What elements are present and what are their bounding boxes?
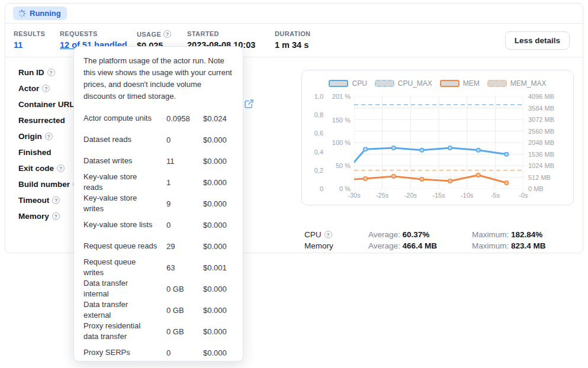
summary-average-value: 466.4 MB xyxy=(403,241,438,250)
series-mem xyxy=(354,175,506,183)
tooltip-row: Key-value store writes9$0.000 xyxy=(83,193,233,214)
x-axis-tick: -15s xyxy=(432,192,445,199)
tooltip-row-qty: 0 GB xyxy=(166,285,203,293)
x-axis-tick: -20s xyxy=(404,192,417,199)
help-icon[interactable] xyxy=(42,85,50,92)
y-axis-percent-tick: 0 % xyxy=(327,185,351,192)
tooltip-row-label: Request queue reads xyxy=(83,241,166,251)
stat-duration-label: DURATION xyxy=(275,30,310,37)
help-icon[interactable] xyxy=(52,212,60,220)
y-axis-mb-tick: 512 MB xyxy=(528,174,551,181)
run-header: Running xyxy=(5,4,583,24)
tooltip-row-label: Actor compute units xyxy=(83,113,166,124)
chart-plot xyxy=(354,96,523,189)
series-marker xyxy=(505,153,508,156)
y-axis-percent-tick: 150 % xyxy=(327,117,351,124)
tooltip-row-label: Proxy SERPs xyxy=(83,347,166,358)
tooltip-row-label: Dataset reads xyxy=(83,134,166,145)
y-axis-fraction-tick: 0,8 xyxy=(307,111,323,118)
stat-usage-label: USAGE xyxy=(137,30,171,38)
usage-tooltip: The platform usage of the actor run. Not… xyxy=(73,46,243,361)
stat-results: RESULTS 11 xyxy=(14,30,45,50)
y-axis-percent-tick: 50 % xyxy=(327,162,351,169)
tooltip-row-qty: 11 xyxy=(166,157,203,166)
help-icon[interactable] xyxy=(52,196,60,204)
y-axis-fraction-tick: 0,4 xyxy=(307,149,323,156)
y-axis-fraction-tick: 1,0 xyxy=(307,93,323,100)
tooltip-row: Key-value store lists0$0.000 xyxy=(83,214,233,235)
tooltip-row: Request queue reads29$0.000 xyxy=(83,235,233,257)
tooltip-row-cost: $0.000 xyxy=(203,348,233,357)
x-axis-tick: -25s xyxy=(376,192,388,199)
series-marker xyxy=(420,177,423,181)
tooltip-row-qty: 0 GB xyxy=(166,306,203,315)
tooltip-row-label: Request queue writes xyxy=(83,257,166,278)
series-marker xyxy=(448,179,452,183)
summary-maximum-value: 823.4 MB xyxy=(511,241,546,250)
legend-swatch-cpu_max xyxy=(375,80,394,87)
detail-label: Timeout xyxy=(18,196,49,205)
series-marker xyxy=(477,149,480,152)
help-icon[interactable] xyxy=(57,164,65,172)
summary-average: Average: 60.37% xyxy=(368,230,472,239)
legend-swatch-mem xyxy=(440,80,460,87)
legend-item: MEM xyxy=(440,79,480,88)
less-details-button[interactable]: Less details xyxy=(505,31,570,50)
summary-average-label: Average: xyxy=(368,230,403,239)
detail-label: Finished xyxy=(18,148,52,157)
detail-label: Memory xyxy=(18,212,49,221)
external-link-icon[interactable] xyxy=(244,99,254,109)
chart-summary: CPUAverage: 60.37%Maximum: 182.84%Memory… xyxy=(304,229,583,251)
tooltip-row: Data transfer external0 GB$0.000 xyxy=(83,299,233,321)
x-axis-tick: -10s xyxy=(461,192,473,199)
detail-label: Run ID xyxy=(18,68,44,77)
tooltip-row-cost: $0.000 xyxy=(203,221,233,230)
stat-requests-label: REQUESTS xyxy=(60,30,127,37)
legend-item: CPU_MAX xyxy=(375,79,432,88)
page: Running RESULTS 11 REQUESTS 12 of 51 han… xyxy=(0,0,588,368)
summary-metric-label: CPU xyxy=(304,230,368,239)
tooltip-content: The platform usage of the actor run. Not… xyxy=(74,47,243,361)
spinner-icon xyxy=(18,9,26,18)
tooltip-row-label: Key-value store reads xyxy=(83,172,166,193)
series-marker xyxy=(392,146,396,150)
detail-label: Resurrected xyxy=(18,116,65,125)
summary-average: Average: 466.4 MB xyxy=(368,241,472,250)
tooltip-row: Key-value store reads1$0.000 xyxy=(83,172,233,193)
summary-maximum-label: Maximum: xyxy=(472,230,511,239)
y-axis-mb-tick: 3072 MB xyxy=(528,116,554,123)
series-marker xyxy=(448,146,452,150)
tooltip-row: Dataset reads0$0.000 xyxy=(83,129,233,150)
legend-item: MEM_MAX xyxy=(487,79,547,88)
tooltip-row-label: Dataset writes xyxy=(83,156,166,166)
tooltip-row-qty: 63 xyxy=(166,263,203,272)
help-icon[interactable] xyxy=(324,231,332,238)
detail-label: Origin xyxy=(18,132,42,141)
tooltip-row-label: Key-value store lists xyxy=(83,219,166,230)
tooltip-row: Proxy SERPs0$0.000 xyxy=(83,342,233,361)
tooltip-row-cost: $0.024 xyxy=(203,114,233,123)
y-axis-mb-tick: 2560 MB xyxy=(528,128,554,135)
summary-average-value: 60.37% xyxy=(403,230,430,239)
tooltip-row-qty: 0 xyxy=(166,221,203,230)
tooltip-row: Proxy residential data transfer0 GB$0.00… xyxy=(83,321,233,342)
chart-card: CPUCPU_MAXMEMMEM_MAX 1,00,80,60,40,20 20… xyxy=(301,70,574,205)
y-axis-mb-tick: 1536 MB xyxy=(528,151,554,158)
help-icon[interactable] xyxy=(47,69,55,76)
y-axis-mb-tick: 4096 MB xyxy=(528,93,554,100)
status-label: Running xyxy=(30,9,61,18)
tooltip-row-qty: 9 xyxy=(166,199,203,208)
stat-results-value[interactable]: 11 xyxy=(14,40,45,50)
usage-help-icon[interactable] xyxy=(163,30,171,38)
y-axis-percent-tick: 100 % xyxy=(327,139,351,146)
help-icon[interactable] xyxy=(45,133,53,140)
tooltip-table: Actor compute units0.0958$0.024Dataset r… xyxy=(83,108,233,361)
detail-label: Container URL xyxy=(18,100,75,109)
detail-label: Actor xyxy=(18,84,39,93)
stat-started-label: STARTED xyxy=(187,30,255,37)
summary-maximum-value: 182.84% xyxy=(511,230,542,239)
series-marker xyxy=(505,181,508,185)
summary-average-label: Average: xyxy=(368,241,403,250)
tooltip-row: Data transfer internal0 GB$0.000 xyxy=(83,278,233,299)
tooltip-row-label: Proxy residential data transfer xyxy=(83,321,166,342)
